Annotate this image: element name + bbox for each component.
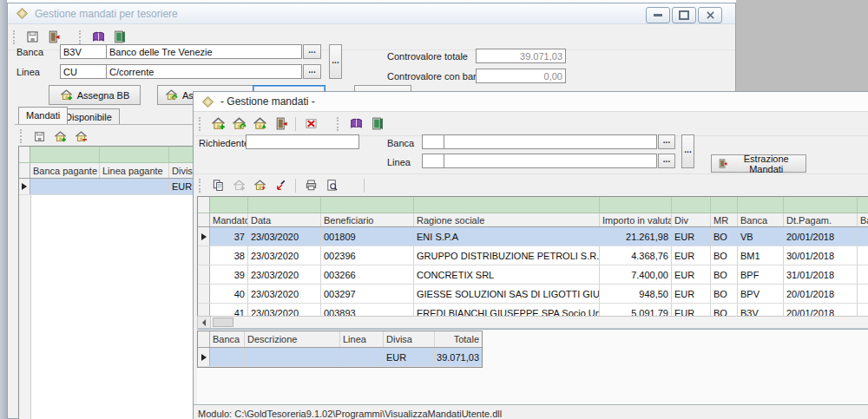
tab-disponibile-label: Disponibile [65,112,112,122]
toolbar-separator [364,179,365,193]
banca-code-input[interactable] [422,134,444,149]
back-window-titlebar[interactable]: Gestione mandati per tesoriere [8,3,735,24]
row-marker [19,179,30,194]
linea-name-input[interactable] [106,64,302,79]
column-header-dt-pagam: Dt.Pagam. [784,213,858,226]
estrazione-mandati-button[interactable]: Estrazione Mandati [711,154,806,173]
maximize-button[interactable] [672,7,696,23]
summary-row-selected[interactable]: EUR 39.071,03 [198,348,482,367]
column-header-linea-pagante: Linea pagante [100,163,169,178]
print-button[interactable] [301,176,320,195]
toolbar-grip [337,117,341,131]
add-mandato-button[interactable] [208,115,227,134]
column-header-data: Data [248,213,321,226]
controvalore-totale-input [476,49,566,63]
assign-button[interactable] [271,176,290,195]
scroll-left-button[interactable] [198,317,211,328]
scrollbar-thumb[interactable] [213,318,233,327]
toolbar-separator [295,179,296,193]
toolbar-grip [20,129,24,143]
grid-row-selected[interactable]: EUR [19,179,221,195]
back-window-title: Gestione mandati per tesoriere [35,8,178,20]
more-options-button[interactable]: ... [681,134,694,168]
linea-code-input[interactable] [60,64,107,79]
exit-button[interactable] [367,115,386,134]
summary-grid: Banca Descrizione Linea Divisa Totale EU… [197,331,483,368]
app-diamond-icon [16,7,29,20]
house-up-icon [253,116,267,131]
add-row-button[interactable] [50,127,69,146]
edit-mandato-button[interactable] [250,115,269,134]
banca-browse-button[interactable]: ... [658,134,675,149]
banca-name-input[interactable] [444,134,657,149]
printer-icon [305,179,318,192]
controvalore-con-banca-label: Controvalore con banca [387,71,489,82]
column-header-partial: Ba [858,213,868,226]
banca-code-input[interactable] [60,44,107,59]
linea-code-input[interactable] [422,154,444,168]
front-window-titlebar[interactable]: - Gestione mandati - [194,92,868,112]
copy-button[interactable] [208,176,227,195]
horizontal-scrollbar[interactable] [197,316,868,329]
richiedente-label: Richiedente [199,138,249,148]
status-bar: Modulo: C:\GoldTesoreria9.1.02\Programmi… [194,404,868,419]
grid-empty-area [19,195,221,419]
scroll-left-icon [202,319,206,326]
linea-browse-button[interactable]: ... [303,64,321,79]
close-button[interactable] [698,7,722,23]
exit-door-green-icon [370,116,385,131]
extract-button[interactable] [271,115,290,134]
column-header-banca: Banca [738,213,784,226]
column-header-beneficiario: Beneficiario [321,213,414,226]
arrow-assign-icon [274,179,287,192]
grid-row[interactable]: 39 23/03/2020 003266 CONCRETIX SRL 7.400… [198,265,868,285]
minimize-button[interactable] [646,7,670,23]
grid-header-row: Mandato Data Beneficiario Ragione social… [198,213,868,227]
estrazione-mandati-label: Estrazione Mandati [733,154,801,174]
column-header-totale: Totale [435,331,482,347]
cell-banca-pagante [30,179,100,194]
grid-group-header [198,197,868,213]
remove-button[interactable] [250,176,269,195]
current-row-icon [22,183,27,190]
column-header-linea: Linea [340,331,384,347]
linea-browse-button[interactable]: ... [658,154,675,168]
minimize-icon [654,14,662,16]
mandati-grid: Banca pagante Linea pagante Divisa EUR [18,146,222,419]
print-preview-button[interactable] [322,176,341,195]
summary-header-row: Banca Descrizione Linea Divisa Totale [198,331,482,348]
column-header-descrizione: Descrizione [245,331,340,347]
column-header-div: Div [672,213,711,226]
house-add-icon [54,130,67,143]
save-icon [33,130,46,143]
mandati-grid-toolbar [15,126,220,147]
remove-row-button[interactable] [71,127,90,146]
linea-label: Linea [16,67,40,77]
grid-row[interactable]: 38 23/03/2020 002396 GRUPPO DISTRIBUZION… [198,246,868,265]
linea-name-input[interactable] [444,154,657,168]
delete-button[interactable] [301,115,320,134]
grid-row[interactable]: 40 23/03/2020 003297 GIESSE SOLUZIONI SA… [198,285,868,304]
more-options-button[interactable]: ... [329,44,342,79]
tab-mandati[interactable]: Mandati [18,107,68,124]
grid-row-selected[interactable]: 37 23/03/2020 001809 ENI S.P.A 21.261,98… [198,227,868,246]
banca-browse-button[interactable]: ... [303,44,321,59]
controvalore-totale-label: Controvalore totale [387,51,468,62]
save-button[interactable] [30,127,49,146]
house-remove-icon [253,179,266,192]
grid-toolbar [194,174,868,196]
status-module-path: Modulo: C:\GoldTesoreria9.1.02\Programmi… [198,409,502,419]
banca-label: Banca [387,138,414,148]
desktop [736,0,868,91]
close-icon [707,11,714,19]
app-diamond-icon [201,95,214,108]
exit-door-green-icon [112,29,127,44]
column-header-importo: Importo in valuta [600,213,672,226]
assegna-bb-button[interactable]: Assegna BB [49,85,141,105]
refresh-mandato-button[interactable] [229,115,248,134]
mandati-result-grid: Mandato Data Beneficiario Ragione social… [197,196,868,324]
richiedente-input[interactable] [246,134,359,149]
save-button[interactable] [23,28,42,47]
banca-name-input[interactable] [106,44,302,59]
help-button[interactable] [346,115,365,134]
